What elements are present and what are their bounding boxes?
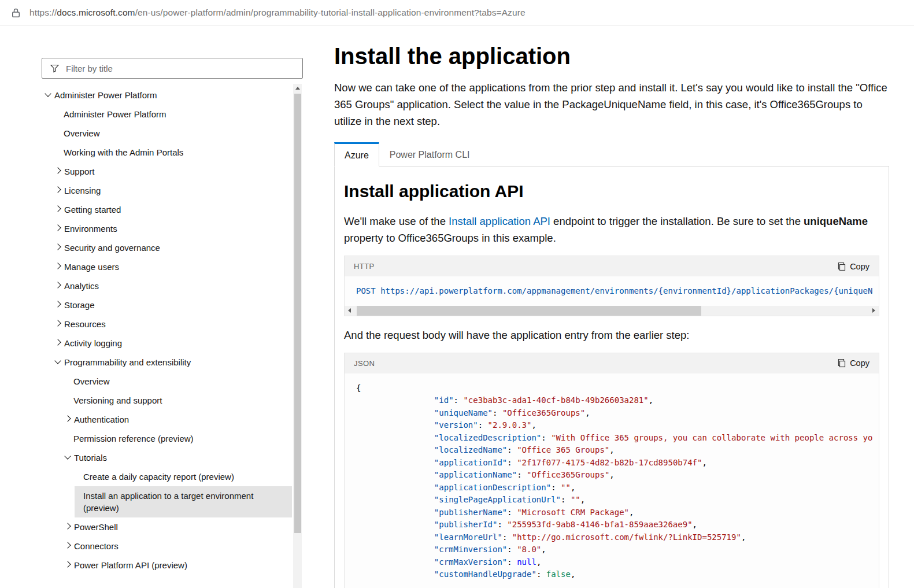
scrollbar-thumb[interactable] — [357, 306, 701, 316]
triangle-up-icon — [295, 87, 300, 90]
sidebar-item-label: Licensing — [64, 184, 101, 197]
chevron-right-icon — [54, 339, 61, 345]
sidebar-item[interactable]: Install an application to a target envir… — [75, 486, 292, 517]
api-paragraph-before: We'll make use of the — [344, 215, 449, 227]
sidebar-item-label: PowerShell — [74, 521, 118, 533]
sidebar-item[interactable]: Authentication — [65, 410, 292, 429]
scroll-left-button[interactable] — [345, 306, 354, 316]
sidebar-item[interactable]: Overview — [65, 372, 292, 391]
sidebar-item[interactable]: Create a daily capacity report (preview) — [75, 467, 292, 486]
json-code-block: JSON Copy { "id": "ce3bab3c-ada1-40cf-b8… — [344, 353, 879, 588]
sidebar-item[interactable]: Power Platform API (preview) — [65, 556, 292, 575]
sidebar-item-label: Support — [64, 165, 95, 177]
filter-funnel-icon — [50, 64, 60, 73]
sidebar-item-label: Storage — [64, 299, 95, 311]
triangle-left-icon — [348, 308, 351, 313]
chevron-right-icon — [54, 205, 61, 212]
chevron-right-icon — [54, 262, 61, 269]
sidebar-item[interactable]: Licensing — [55, 181, 292, 200]
copy-icon — [837, 262, 846, 271]
sidebar-item[interactable]: Activity logging — [55, 334, 292, 353]
sidebar-item-label: Overview — [73, 375, 110, 387]
sidebar: Administer Power PlatformAdminister Powe… — [42, 58, 303, 588]
chevron-right-icon — [54, 282, 61, 288]
sidebar-item-label: Environments — [64, 223, 117, 235]
page-title: Install the application — [334, 42, 889, 70]
sidebar-item[interactable]: Permission reference (preview) — [65, 429, 292, 448]
sidebar-item-label: Administer Power Platform — [64, 108, 166, 120]
sidebar-item-label: Connectors — [74, 540, 119, 552]
sidebar-scrollbar[interactable] — [293, 84, 302, 588]
tab-power-platform-cli[interactable]: Power Platform CLI — [379, 142, 480, 166]
sidebar-item-label: Programmability and extensibility — [64, 356, 191, 368]
sidebar-item-label: Analytics — [64, 280, 99, 292]
sidebar-item[interactable]: Getting started — [55, 200, 292, 219]
copy-button[interactable]: Copy — [835, 357, 872, 369]
sidebar-item-label: Security and governance — [64, 242, 160, 254]
chevron-right-icon — [54, 224, 61, 231]
filter-input[interactable] — [65, 58, 302, 79]
chevron-down-icon — [64, 453, 71, 459]
sidebar-item-label: Permission reference (preview) — [73, 432, 194, 445]
sidebar-item-label: Overview — [64, 127, 100, 139]
sidebar-item-label: Getting started — [64, 204, 121, 216]
http-horizontal-scrollbar[interactable] — [345, 306, 879, 316]
code-language-label: HTTP — [354, 262, 375, 271]
sidebar-item[interactable]: Analytics — [55, 276, 292, 295]
sidebar-item[interactable]: Administer Power Platform — [45, 86, 292, 105]
http-code: POST https://api.powerplatform.com/appma… — [345, 276, 879, 306]
sidebar-item-label: Resources — [64, 318, 106, 330]
sidebar-item[interactable]: Resources — [55, 315, 292, 334]
filter-box[interactable] — [42, 58, 303, 79]
copy-button-label: Copy — [850, 262, 869, 271]
chevron-right-icon — [64, 561, 71, 567]
install-application-api-link[interactable]: Install application API — [449, 215, 550, 227]
scroll-right-button[interactable] — [869, 306, 879, 316]
sidebar-item-label: Versioning and support — [73, 394, 162, 406]
sidebar-item[interactable]: PowerShell — [65, 517, 292, 537]
sidebar-scrollbar-thumb[interactable] — [294, 94, 301, 533]
sidebar-item-label: Administer Power Platform — [54, 89, 157, 101]
copy-button-label: Copy — [850, 358, 869, 368]
scroll-up-button[interactable] — [293, 84, 302, 93]
lock-icon — [12, 8, 20, 18]
url-path: /en-us/power-platform/admin/programmabil… — [135, 8, 526, 17]
sidebar-item[interactable]: Overview — [55, 124, 292, 143]
section-heading: Install application API — [344, 180, 879, 202]
tab-azure[interactable]: Azure — [334, 142, 379, 167]
sidebar-item[interactable]: Working with the Admin Portals — [55, 143, 292, 162]
chevron-right-icon — [54, 186, 61, 193]
chevron-right-icon — [64, 523, 71, 529]
sidebar-item[interactable]: Support — [55, 162, 292, 181]
copy-icon — [837, 358, 846, 368]
tab-panel: Install application API We'll make use o… — [334, 166, 889, 588]
chevron-right-icon — [54, 167, 61, 173]
url-scheme: https:// — [29, 8, 57, 17]
json-code: { "id": "ce3bab3c-ada1-40cf-b84b-49b2660… — [345, 373, 879, 588]
sidebar-item[interactable]: Manage users — [55, 257, 292, 276]
sidebar-item[interactable]: Connectors — [65, 537, 292, 556]
sidebar-item[interactable]: Administer Power Platform — [55, 105, 292, 124]
unique-name-bold: uniqueName — [804, 215, 868, 227]
sidebar-item[interactable]: Programmability and extensibility — [55, 353, 292, 372]
chevron-right-icon — [54, 243, 61, 250]
tab-group: Azure Power Platform CLI — [334, 142, 889, 166]
sidebar-item[interactable]: Tutorials — [65, 448, 292, 467]
chevron-down-icon — [54, 357, 61, 364]
sidebar-item[interactable]: Versioning and support — [65, 391, 292, 410]
json-code-header: JSON Copy — [345, 353, 879, 373]
intro-paragraph: Now we can take one of the applications … — [334, 79, 889, 130]
api-paragraph-after: property to Office365Groups in this exam… — [344, 232, 556, 244]
url-domain: docs.microsoft.com — [57, 8, 135, 17]
chevron-right-icon — [54, 320, 61, 326]
sidebar-item[interactable]: Environments — [55, 219, 292, 238]
sidebar-item[interactable]: Security and governance — [55, 238, 292, 257]
browser-address-bar[interactable]: https://docs.microsoft.com/en-us/power-p… — [0, 0, 914, 26]
api-paragraph-middle: endpoint to trigger the installation. Be… — [550, 215, 804, 227]
copy-button[interactable]: Copy — [835, 261, 872, 272]
sidebar-item[interactable]: Storage — [55, 295, 292, 315]
scrollbar-track[interactable] — [354, 306, 869, 316]
sidebar-item-label: Manage users — [64, 261, 119, 273]
main-content: Install the application Now we can take … — [334, 26, 889, 588]
sidebar-tree: Administer Power PlatformAdminister Powe… — [42, 79, 292, 575]
